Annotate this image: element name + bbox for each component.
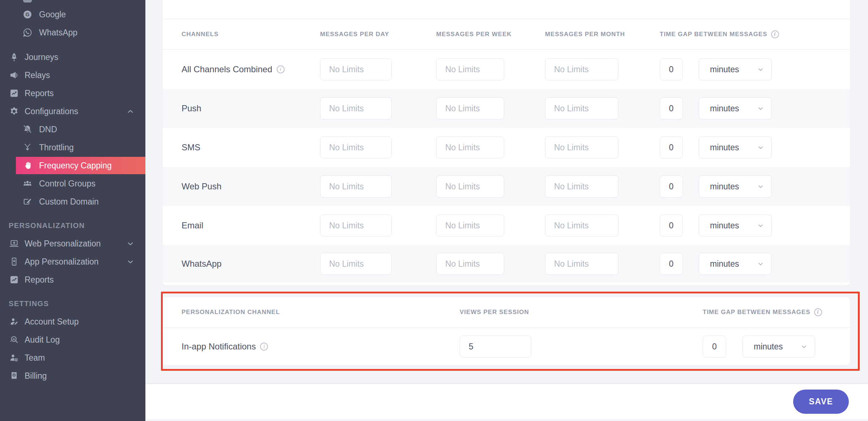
- info-icon[interactable]: i: [771, 30, 779, 38]
- messages-per-week-input[interactable]: [436, 59, 504, 81]
- sidebar-item-reports[interactable]: Reports: [0, 84, 145, 102]
- sidebar-item-label: App Personalization: [25, 257, 99, 267]
- channel-name: In-app Notifications: [182, 341, 256, 352]
- channel-name: SMS: [182, 142, 200, 152]
- google-icon: [22, 9, 33, 20]
- sidebar-item-dnd[interactable]: DND: [0, 120, 145, 138]
- save-button[interactable]: SAVE: [793, 390, 849, 414]
- sidebar-item-reports-personalization[interactable]: Reports: [0, 271, 145, 289]
- time-gap-unit-select[interactable]: minutes: [699, 98, 772, 120]
- messages-per-month-input[interactable]: [545, 59, 618, 81]
- messages-per-day-input[interactable]: [320, 137, 392, 159]
- time-gap-unit-select[interactable]: minutes: [699, 59, 772, 81]
- messages-per-day-input[interactable]: [320, 98, 392, 120]
- table-row-whatsapp: WhatsApp minutes: [163, 245, 850, 283]
- views-per-session-header: VIEWS PER SESSION: [460, 309, 529, 316]
- sidebar-item-throttling[interactable]: Throttling: [0, 138, 145, 156]
- messages-per-day-input[interactable]: [320, 59, 392, 81]
- time-gap-unit-select[interactable]: minutes: [699, 137, 772, 159]
- info-icon[interactable]: i: [814, 308, 822, 316]
- messages-per-day-header: MESSAGES PER DAY: [320, 31, 389, 38]
- frequency-table-header: CHANNELS MESSAGES PER DAY MESSAGES PER W…: [163, 19, 850, 50]
- selected-unit: minutes: [710, 65, 739, 74]
- messages-per-week-input[interactable]: [436, 137, 504, 159]
- time-gap-value-input[interactable]: [660, 137, 683, 159]
- messages-per-month-input[interactable]: [545, 176, 618, 198]
- messages-per-month-input[interactable]: [545, 215, 618, 237]
- time-gap-value-input[interactable]: [703, 336, 726, 358]
- chevron-up-icon: [126, 107, 135, 116]
- sidebar-item-label: Frequency Capping: [39, 161, 112, 171]
- sidebar-item-web-personalization[interactable]: Web Personalization: [0, 235, 145, 253]
- megaphone-icon: [9, 70, 19, 80]
- chevron-down-icon: [757, 260, 764, 267]
- channels-header: CHANNELS: [182, 31, 218, 38]
- messages-per-week-input[interactable]: [436, 253, 504, 275]
- sidebar-item-custom-domain[interactable]: Custom Domain: [0, 193, 145, 211]
- sidebar-item-label: Billing: [25, 371, 47, 381]
- messages-per-day-input[interactable]: [320, 215, 392, 237]
- sidebar-item-whatsapp[interactable]: WhatsApp: [0, 23, 145, 42]
- sidebar-item-account-setup[interactable]: Account Setup: [0, 313, 145, 331]
- sidebar-item-label: Team: [25, 353, 45, 363]
- channel-name: Email: [182, 220, 203, 231]
- time-gap-value-input[interactable]: [660, 59, 683, 81]
- selected-unit: minutes: [710, 143, 739, 152]
- time-gap-value-input[interactable]: [660, 215, 683, 237]
- messages-per-month-input[interactable]: [545, 253, 618, 275]
- chevron-down-icon: [757, 105, 764, 112]
- sidebar-item-control-groups[interactable]: Control Groups: [0, 175, 145, 193]
- chevron-down-icon: [126, 240, 135, 248]
- sidebar: Google WhatsApp Journeys Relays Reports …: [0, 0, 145, 421]
- selected-unit: minutes: [710, 221, 739, 231]
- sidebar-item-app-personalization[interactable]: App Personalization: [0, 253, 145, 271]
- messages-per-month-input[interactable]: [545, 98, 618, 120]
- channel-name: Push: [182, 103, 201, 113]
- messages-per-week-input[interactable]: [436, 176, 504, 198]
- views-per-session-input[interactable]: [460, 336, 531, 358]
- funnel-icon: [22, 142, 33, 152]
- messages-per-day-input[interactable]: [320, 253, 392, 275]
- chevron-down-icon: [757, 144, 764, 151]
- sidebar-item-label: Throttling: [39, 143, 74, 152]
- messages-per-week-input[interactable]: [436, 215, 504, 237]
- channel-label: SMS: [182, 142, 200, 152]
- sidebar-item-relays[interactable]: Relays: [0, 66, 145, 84]
- selected-unit: minutes: [710, 104, 739, 113]
- time-gap-value-input[interactable]: [660, 253, 683, 275]
- sidebar-item-team[interactable]: Team: [0, 349, 145, 367]
- time-gap-header-label: TIME GAP BETWEEN MESSAGES: [703, 309, 810, 316]
- chart-icon: [9, 88, 19, 98]
- magnifier-icon: [9, 335, 19, 345]
- messages-per-day-input[interactable]: [320, 176, 392, 198]
- sidebar-item-google[interactable]: Google: [0, 5, 145, 23]
- sidebar-item-configurations[interactable]: Configurations: [0, 102, 145, 120]
- frequency-capping-card: CHANNELS MESSAGES PER DAY MESSAGES PER W…: [163, 0, 850, 285]
- info-icon[interactable]: i: [277, 65, 285, 73]
- messages-per-month-header: MESSAGES PER MONTH: [545, 31, 625, 38]
- sidebar-item-label: Audit Log: [25, 335, 60, 345]
- sidebar-item-label: Account Setup: [25, 317, 79, 327]
- chevron-down-icon: [757, 66, 764, 73]
- sidebar-item-journeys[interactable]: Journeys: [0, 48, 145, 66]
- messages-per-week-input[interactable]: [436, 98, 504, 120]
- messages-per-week-header: MESSAGES PER WEEK: [436, 31, 512, 38]
- time-gap-unit-select[interactable]: minutes: [743, 336, 815, 358]
- table-row-in-app-notifications: In-app Notifications i minutes: [163, 328, 850, 365]
- info-icon[interactable]: i: [260, 343, 268, 351]
- messages-per-month-input[interactable]: [545, 137, 618, 159]
- sidebar-item-label: Control Groups: [39, 179, 95, 189]
- chevron-down-icon: [757, 183, 764, 190]
- sidebar-item-label: Reports: [25, 89, 54, 98]
- time-gap-value-input[interactable]: [660, 98, 683, 120]
- time-gap-unit-select[interactable]: minutes: [699, 253, 772, 275]
- sidebar-item-billing[interactable]: Billing: [0, 367, 145, 385]
- phone-icon: [9, 257, 19, 267]
- time-gap-value-input[interactable]: [660, 176, 683, 198]
- sidebar-item-frequency-capping[interactable]: Frequency Capping: [16, 157, 145, 174]
- chevron-down-icon: [757, 222, 764, 229]
- selected-unit: minutes: [754, 342, 783, 352]
- time-gap-unit-select[interactable]: minutes: [699, 176, 772, 198]
- sidebar-item-audit-log[interactable]: Audit Log: [0, 331, 145, 349]
- time-gap-unit-select[interactable]: minutes: [699, 215, 772, 237]
